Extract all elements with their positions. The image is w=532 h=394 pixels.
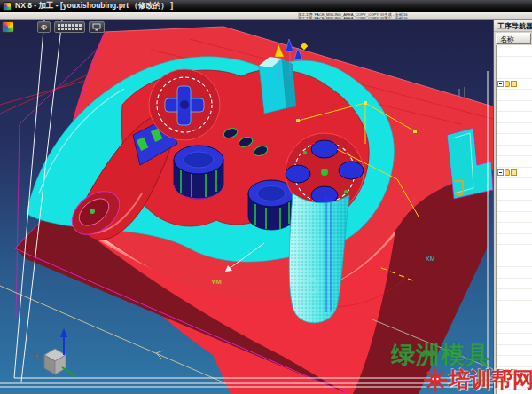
viewport-toolbar: Φ <box>2 21 105 33</box>
tree-row[interactable] <box>497 57 532 68</box>
tree-row[interactable] <box>497 345 532 357</box>
tree-row[interactable] <box>497 45 532 57</box>
tree-row[interactable] <box>497 101 532 113</box>
operation-icon2 <box>511 81 517 87</box>
tree-row[interactable] <box>497 256 532 268</box>
wcs-triad[interactable]: X <box>34 328 76 376</box>
tree-row[interactable] <box>497 90 532 101</box>
tree-row[interactable] <box>497 178 532 190</box>
window-title: NX 8 - 加工 - [youxishoubing.prt （修改的） ] <box>15 1 173 12</box>
xm-axis-label: XM <box>426 256 435 262</box>
wcs-x-label: X <box>34 353 38 359</box>
nx-application-window: NX 8 - 加工 - [youxishoubing.prt （修改的） ] 加… <box>0 0 532 394</box>
ym-axis-label: YM <box>211 278 222 286</box>
expander-icon[interactable] <box>497 169 504 176</box>
3d-model-gamepad-mold[interactable]: YM XM X <box>0 20 493 394</box>
operation-icon <box>505 169 510 176</box>
tree-row[interactable] <box>497 168 532 179</box>
tree-row[interactable] <box>497 223 532 234</box>
joystick-boss-left[interactable] <box>174 146 223 199</box>
tree-row[interactable] <box>497 234 532 246</box>
tree-row[interactable] <box>497 289 532 301</box>
keyboard-icon[interactable] <box>54 21 85 33</box>
tree-row[interactable] <box>497 156 532 168</box>
tree-row[interactable] <box>497 123 532 135</box>
operation-icon <box>505 81 510 87</box>
tree-row[interactable] <box>497 279 532 290</box>
tree-row[interactable] <box>497 112 532 123</box>
tree-row[interactable] <box>497 245 532 256</box>
tree-row[interactable] <box>497 79 532 91</box>
sun-logo-icon <box>423 367 448 392</box>
navigator-title: 工序导航器 <box>494 20 532 32</box>
d-pad[interactable] <box>149 69 220 140</box>
tree-row[interactable] <box>497 334 532 345</box>
diameter-tool-icon[interactable]: Φ <box>37 21 51 33</box>
tree-row[interactable] <box>497 212 532 224</box>
tree-row[interactable] <box>497 146 532 157</box>
operation-icon2 <box>511 169 517 176</box>
tree-row[interactable] <box>497 323 532 335</box>
tree-row[interactable] <box>497 201 532 212</box>
operation-navigator-panel: 工序导航器 名称 <box>493 20 532 394</box>
watermark-red: 培训帮网 <box>423 366 532 394</box>
tree-row[interactable] <box>497 134 532 146</box>
watermark-red-text: 培训帮网 <box>449 366 532 394</box>
display-icon[interactable] <box>89 21 105 33</box>
status-messages: 加工工序 'FACE_MILLING_AREA_COPY_COPY' 已生成 -… <box>298 12 481 20</box>
tree-row[interactable] <box>497 267 532 279</box>
navigator-rows[interactable] <box>496 45 532 394</box>
nx-sphere-icon[interactable] <box>2 21 14 33</box>
tree-row[interactable] <box>497 190 532 201</box>
tree-row[interactable] <box>497 301 532 312</box>
title-bar[interactable]: NX 8 - 加工 - [youxishoubing.prt （修改的） ] <box>0 0 532 12</box>
prompt-status-bar: 加工工序 'FACE_MILLING_AREA_COPY_COPY' 已生成 -… <box>0 12 532 20</box>
joystick-boss-right[interactable] <box>248 180 294 230</box>
tree-row[interactable] <box>497 67 532 79</box>
tree-row[interactable] <box>497 311 532 323</box>
expander-icon[interactable] <box>497 81 504 87</box>
nx-app-icon <box>3 2 12 11</box>
name-column-header[interactable]: 名称 <box>496 33 531 44</box>
graphics-viewport[interactable]: Φ <box>0 20 493 394</box>
